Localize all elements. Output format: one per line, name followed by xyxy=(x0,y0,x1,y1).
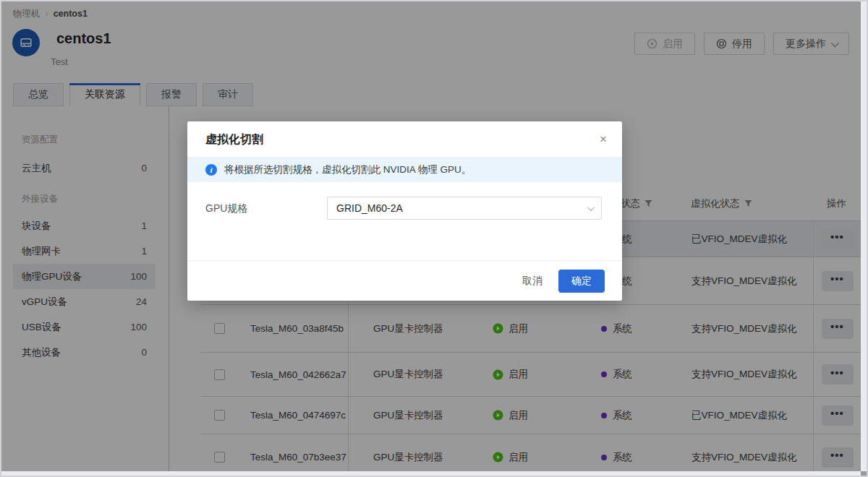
horizontal-scrollbar[interactable] xyxy=(1,471,861,476)
vertical-scrollbar[interactable] xyxy=(861,1,867,471)
dialog-title: 虚拟化切割 xyxy=(187,121,622,158)
chevron-down-icon xyxy=(587,204,595,211)
info-banner-text: 将根据所选切割规格，虚拟化切割此 NVIDIA 物理 GPU。 xyxy=(224,163,471,176)
page: 物理机›centos1 centos1 Test 启用 停用 更多操 xyxy=(0,0,868,477)
gpu-spec-label: GPU规格 xyxy=(205,202,247,215)
dialog-body: GPU规格 GRID_M60-2A xyxy=(187,182,622,260)
gpu-spec-select-value: GRID_M60-2A xyxy=(336,202,403,214)
dialog-footer: 取消 确定 xyxy=(187,260,622,301)
info-banner: i 将根据所选切割规格，虚拟化切割此 NVIDIA 物理 GPU。 xyxy=(187,158,622,182)
confirm-button[interactable]: 确定 xyxy=(558,270,605,293)
gpu-spec-select[interactable]: GRID_M60-2A xyxy=(327,197,602,220)
virtualization-cut-dialog: 虚拟化切割 × i 将根据所选切割规格，虚拟化切割此 NVIDIA 物理 GPU… xyxy=(187,121,622,301)
close-icon[interactable]: × xyxy=(595,132,611,147)
info-icon: i xyxy=(205,164,217,176)
cancel-button[interactable]: 取消 xyxy=(522,275,542,288)
